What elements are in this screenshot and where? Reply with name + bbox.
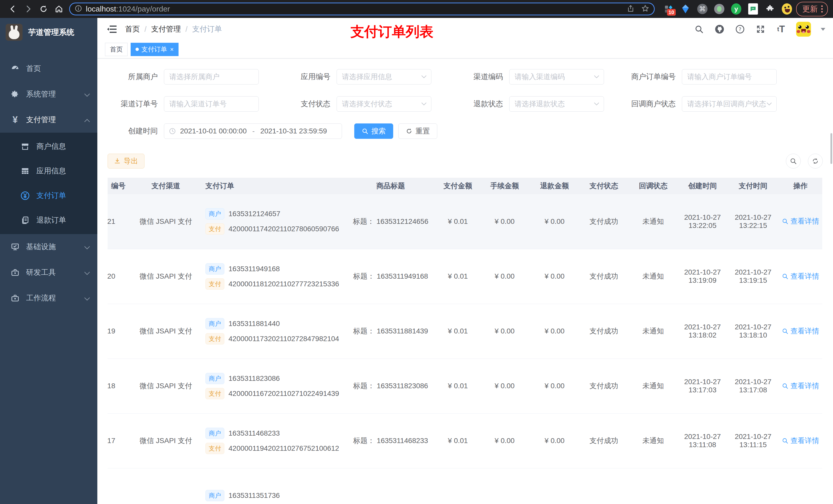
sidebar-item-label: 系统管理 (26, 89, 84, 99)
cell-refund-amount: ¥ 0.00 (530, 194, 579, 249)
view-detail-link[interactable]: 查看详情 (782, 381, 819, 391)
search-icon[interactable] (694, 24, 705, 34)
tag-home[interactable]: 首页 (105, 43, 127, 56)
refresh-table-button[interactable] (808, 154, 823, 169)
view-detail-link[interactable]: 查看详情 (782, 326, 819, 336)
filter-input[interactable] (164, 69, 259, 85)
logo-row[interactable]: 芋道管理系统 (0, 18, 97, 47)
chevron-down-icon (594, 75, 599, 79)
date-start[interactable]: 2021-10-01 00:00:00 (180, 127, 247, 135)
reload-button[interactable] (38, 3, 49, 15)
date-end[interactable]: 2021-10-31 23:59:59 (260, 127, 327, 135)
close-icon[interactable]: × (170, 46, 174, 52)
filter-label: 支付状态 (280, 99, 337, 109)
cell-paid-time: 2021-10-27 13:18:10 (728, 304, 779, 359)
merchant-order-no: 1635311351736 (229, 491, 280, 500)
avatar-dropdown-icon[interactable] (821, 28, 825, 31)
download-icon (114, 158, 121, 164)
extension-chat-icon[interactable] (748, 4, 758, 14)
font-size-small: t (777, 26, 779, 33)
view-detail-link[interactable]: 查看详情 (782, 216, 819, 226)
filter-input[interactable] (164, 96, 259, 112)
sidebar-item-infra[interactable]: 基础设施 (0, 234, 97, 260)
cell-pay-channel: 微信 JSAPI 支付 (129, 249, 203, 304)
title-prefix: 标题： (353, 382, 375, 390)
sidebar-item-app-info[interactable]: 应用信息 (0, 159, 97, 183)
search-button[interactable]: 搜索 (354, 123, 393, 139)
pay-order-no: 4200001173202110272847982104 (229, 335, 339, 343)
back-button[interactable] (7, 3, 19, 15)
profile-emoji-icon[interactable] (782, 4, 792, 14)
filter-input[interactable] (682, 96, 777, 112)
filter-input[interactable] (682, 69, 777, 85)
sidebar-item-pay[interactable]: ¥ 支付管理 (0, 107, 97, 133)
font-size-icon[interactable]: tT (776, 24, 786, 34)
sidebar-item-system[interactable]: 系统管理 (0, 81, 97, 107)
view-detail-link[interactable]: 查看详情 (782, 436, 819, 446)
pay-tag-badge: 支付 (206, 279, 224, 290)
view-detail-label: 查看详情 (790, 326, 819, 336)
extensions-puzzle-icon[interactable] (765, 4, 775, 14)
share-icon[interactable] (627, 5, 635, 13)
cell-pay-order: 商户 1635311949168 支付 42000011812021102777… (203, 249, 344, 304)
scrollbar-thumb[interactable] (830, 133, 832, 164)
orders-table: 编号 支付渠道 支付订单 商品标题 支付金额 手续金额 退款金额 支付状态 回调… (108, 178, 823, 504)
pay-order-no: 4200001167202110271022491439 (229, 389, 339, 398)
extension-record-icon[interactable] (714, 4, 724, 14)
sidebar-item-dev-tools[interactable]: 研发工具 (0, 260, 97, 285)
toggle-search-button[interactable] (786, 154, 801, 169)
breadcrumb: 首页 / 支付管理 / 支付订单 (125, 24, 222, 34)
view-detail-label: 查看详情 (790, 216, 819, 226)
help-icon[interactable]: ? (735, 24, 745, 34)
filter-control (337, 96, 431, 112)
forward-button[interactable] (23, 3, 34, 15)
breadcrumb-home[interactable]: 首页 (125, 24, 140, 34)
github-icon[interactable] (714, 24, 725, 34)
filter-input[interactable] (337, 69, 431, 85)
cell-pay-channel: 微信 JSAPI 支付 (129, 413, 203, 468)
filter-input[interactable] (509, 69, 604, 85)
table-toolbar: 导出 (108, 154, 823, 169)
filter-field: 所属商户 (108, 69, 265, 85)
address-bar[interactable]: localhost:1024/pay/order (69, 3, 655, 15)
extension-gem-icon[interactable] (680, 4, 691, 14)
home-button[interactable] (53, 3, 65, 15)
filter-input[interactable] (509, 96, 604, 112)
extension-y-icon[interactable]: y (731, 4, 741, 14)
fullscreen-icon[interactable] (755, 24, 766, 34)
browser-menu-icon[interactable] (821, 5, 823, 13)
sidebar-item-label: 支付订单 (37, 191, 66, 201)
filter-input[interactable] (337, 96, 431, 112)
site-info-icon[interactable] (74, 5, 82, 13)
filter-control (509, 96, 604, 112)
sidebar-item-refund-order[interactable]: 退款订单 (0, 208, 97, 233)
date-range-picker[interactable]: 2021-10-01 00:00:00 - 2021-10-31 23:59:5… (164, 123, 342, 139)
cell-pay-amount: ¥ 0.01 (437, 249, 479, 304)
sidebar-item-workflow[interactable]: 工作流程 (0, 285, 97, 311)
avatar[interactable] (796, 22, 811, 37)
export-button[interactable]: 导出 (108, 154, 144, 169)
extension-command-icon[interactable]: ⌘ (697, 4, 708, 14)
sidebar-item-home[interactable]: 首页 (0, 56, 97, 81)
reset-button[interactable]: 重置 (398, 123, 437, 139)
update-button[interactable]: 更新 (796, 2, 828, 16)
sidebar-item-pay-order[interactable]: 支付订单 (0, 183, 97, 208)
cell-actions: 查看详情 (779, 359, 822, 413)
active-dot-icon (136, 48, 139, 51)
chevron-down-icon (84, 90, 90, 99)
merchant-order-no: 1635311468233 (229, 429, 280, 437)
pay-order-no: 4200001174202110278060590766 (229, 225, 339, 233)
tag-pay-order[interactable]: 支付订单 × (130, 43, 178, 56)
sidebar-item-merchant-info[interactable]: 商户信息 (0, 134, 97, 159)
extension-grid-icon[interactable]: 10 (663, 4, 674, 14)
merchant-tag-badge: 商户 (206, 373, 224, 384)
sidebar-toggle-icon[interactable] (106, 24, 118, 35)
cell-paid-time: 2021-10-27 13:17:08 (728, 359, 779, 413)
cell-pay-order: 商户 1635311881440 支付 42000011732021102728… (203, 304, 344, 359)
view-detail-link[interactable]: 查看详情 (782, 271, 819, 281)
bookmark-star-icon[interactable] (641, 4, 649, 14)
grid-table-icon (21, 166, 30, 176)
url-text[interactable]: localhost:1024/pay/order (86, 5, 624, 13)
date-filter-row: 创建时间 2021-10-01 00:00:00 - 2021-10-31 23… (108, 123, 823, 139)
title-prefix: 标题： (353, 272, 375, 280)
